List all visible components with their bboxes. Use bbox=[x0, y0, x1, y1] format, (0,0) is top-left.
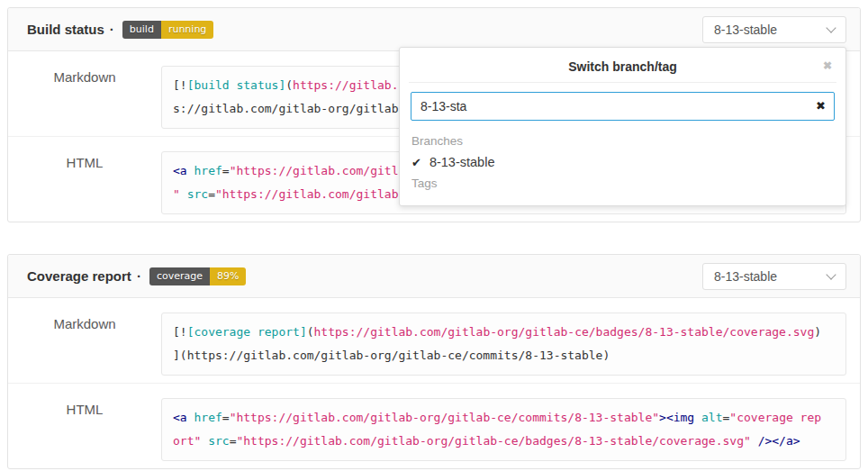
branch-selector-button[interactable]: 8-13-stable bbox=[702, 16, 846, 43]
card-title: Coverage report bbox=[27, 268, 131, 284]
check-icon: ✔ bbox=[411, 156, 421, 169]
branch-selector-value: 8-13-stable bbox=[714, 269, 777, 284]
title-separator: · bbox=[110, 22, 114, 37]
clear-input-icon[interactable]: ✖ bbox=[816, 99, 826, 113]
code-well: <a href="https://gitlab.com/gitlab-org/g… bbox=[161, 398, 846, 461]
html-code-block: <a href="https://gitlab.com/gitlab-org/g… bbox=[173, 406, 835, 453]
row-label: HTML bbox=[8, 398, 161, 461]
chevron-down-icon bbox=[826, 23, 836, 32]
close-icon[interactable]: ✖ bbox=[823, 59, 832, 72]
branch-selector-button[interactable]: 8-13-stable bbox=[702, 263, 846, 290]
badge-key: coverage bbox=[149, 267, 210, 285]
html-row: HTML <a href="https://gitlab.com/gitlab-… bbox=[8, 384, 860, 468]
card-title: Build status bbox=[27, 22, 104, 37]
branch-item[interactable]: ✔ 8-13-stable bbox=[400, 151, 845, 175]
markdown-row: Markdown [![coverage report](https://git… bbox=[8, 298, 860, 384]
divider bbox=[409, 82, 836, 83]
row-label: Markdown bbox=[8, 312, 161, 376]
card-header: Coverage report · coverage 89% 8-13-stab… bbox=[8, 255, 860, 298]
badge-key: build bbox=[122, 21, 161, 39]
coverage-badge: coverage 89% bbox=[149, 267, 247, 285]
coverage-report-card: Coverage report · coverage 89% 8-13-stab… bbox=[7, 254, 861, 469]
badge-value: 89% bbox=[210, 267, 246, 285]
branch-search-input[interactable] bbox=[411, 92, 835, 121]
switch-branch-popup: Switch branch/tag ✖ ✖ Branches ✔ 8-13-st… bbox=[399, 47, 846, 206]
markdown-code-block: [![coverage report](https://gitlab.com/g… bbox=[173, 321, 835, 367]
row-label: Markdown bbox=[8, 66, 161, 129]
chevron-down-icon bbox=[826, 269, 836, 279]
branch-search: ✖ bbox=[411, 92, 835, 121]
popup-title: Switch branch/tag bbox=[568, 59, 677, 74]
code-well: [![coverage report](https://gitlab.com/g… bbox=[161, 312, 846, 376]
branches-section-heading: Branches bbox=[400, 132, 845, 151]
badges-page: Build status · build running 8-13-stable… bbox=[0, 0, 868, 471]
build-status-badge: build running bbox=[122, 21, 214, 39]
row-label: HTML bbox=[8, 151, 161, 214]
card-header: Build status · build running 8-13-stable bbox=[8, 8, 860, 51]
tags-section-heading: Tags bbox=[400, 175, 845, 194]
popup-header: Switch branch/tag ✖ bbox=[400, 48, 845, 82]
branch-item-label: 8-13-stable bbox=[429, 155, 495, 169]
title-separator: · bbox=[137, 268, 141, 284]
badge-value: running bbox=[161, 21, 213, 39]
branch-selector-value: 8-13-stable bbox=[714, 23, 777, 37]
